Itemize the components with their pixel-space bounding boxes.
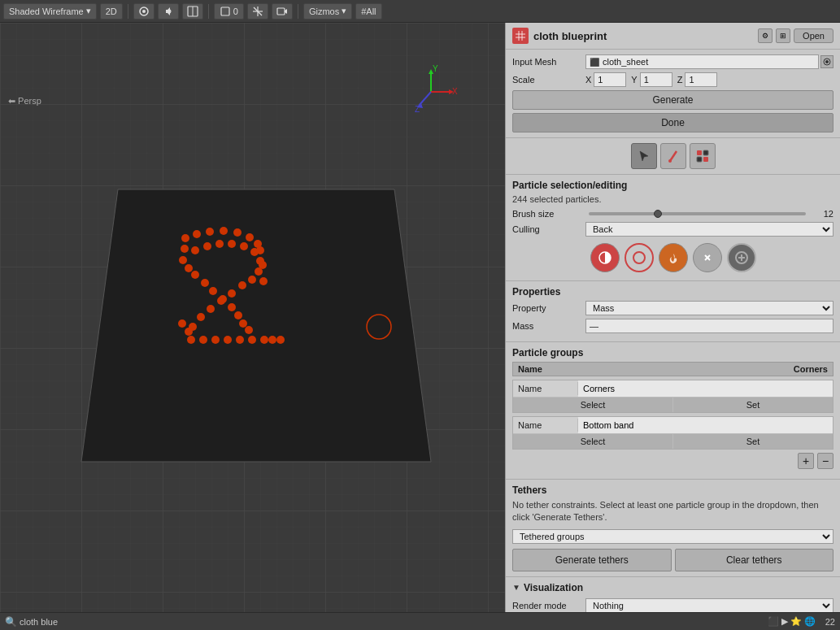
- video-icon: [276, 6, 288, 17]
- add-select-btn[interactable]: [727, 243, 756, 272]
- svg-point-50: [206, 228, 214, 236]
- group-bottomband-select-btn[interactable]: Select: [513, 434, 673, 449]
- done-button[interactable]: Done: [512, 113, 833, 133]
- group-corners-set-btn[interactable]: Set: [673, 398, 833, 412]
- main-toolbar: Shaded Wireframe ▾ 2D 0 Gizmos ▾ #All: [0, 0, 840, 23]
- group-bottomband-name-input[interactable]: [578, 417, 833, 433]
- select-all-btn[interactable]: [590, 243, 620, 272]
- svg-point-31: [211, 336, 220, 344]
- paint-tool-btn[interactable]: [660, 143, 686, 169]
- scale-row: Scale X Y Z: [512, 72, 833, 87]
- input-mesh-row: Input Mesh ⬛ cloth_sheet: [512, 54, 833, 69]
- grid-tool-btn[interactable]: [690, 143, 716, 169]
- star-btn[interactable]: ⭐: [790, 616, 802, 627]
- group-corners-select-btn[interactable]: Select: [513, 398, 673, 412]
- cursor-icon: [638, 150, 651, 163]
- cursor-tool-btn[interactable]: [631, 143, 657, 169]
- panel-icon-btn-1[interactable]: ⚙: [758, 28, 773, 43]
- viewport[interactable]: particles rendered via CSS below: [0, 23, 505, 612]
- clear-tethers-btn[interactable]: Clear tethers: [675, 549, 834, 571]
- svg-point-57: [268, 336, 276, 344]
- svg-point-43: [219, 295, 227, 303]
- svg-point-15: [203, 242, 211, 250]
- search-text[interactable]: cloth blue: [20, 617, 58, 627]
- viz-collapse-arrow: ▼: [512, 583, 520, 592]
- toolbar-divider-1: [128, 4, 128, 19]
- scale-x-input[interactable]: [594, 72, 626, 87]
- group-bottomband-container: Name Select Set: [512, 416, 833, 450]
- playback-controls: ⬛ ▶ ⭐ 🌐: [768, 616, 816, 627]
- remove-group-btn[interactable]: −: [817, 453, 833, 469]
- globe-btn[interactable]: 🌐: [804, 616, 816, 627]
- search-icon: 🔍: [5, 616, 17, 628]
- group-corners-name-input[interactable]: [578, 380, 833, 397]
- gizmos-dropdown[interactable]: Gizmos ▾: [303, 3, 352, 20]
- video-icon-btn[interactable]: [272, 3, 293, 20]
- svg-point-55: [259, 261, 267, 269]
- add-group-btn[interactable]: +: [798, 453, 814, 469]
- svg-point-14: [191, 246, 199, 254]
- tethered-groups-row: Tethered groups: [512, 529, 833, 544]
- all-btn[interactable]: #All: [355, 3, 381, 20]
- svg-point-76: [825, 60, 829, 63]
- properties-section: Properties Property Mass Mass —: [506, 281, 840, 342]
- mass-row: Mass —: [512, 319, 833, 333]
- group-bottomband-set-btn[interactable]: Set: [673, 434, 833, 449]
- search-area: 🔍 cloth blue: [5, 616, 58, 628]
- scale-y-input[interactable]: [640, 72, 672, 87]
- panel-icon-btn-2[interactable]: ⊞: [776, 28, 790, 43]
- scene-icon-btn[interactable]: [133, 3, 155, 20]
- audio-icon-btn[interactable]: [158, 3, 179, 20]
- particle-selection-section: Particle selection/editing 244 selected …: [506, 175, 840, 281]
- open-button[interactable]: Open: [794, 28, 833, 43]
- scale-z-input[interactable]: [685, 72, 717, 87]
- 2d-mode-toggle[interactable]: 2D: [100, 3, 123, 20]
- property-label: Property: [512, 303, 585, 313]
- tether-buttons: Generate tethers Clear tethers: [512, 549, 833, 571]
- svg-rect-80: [703, 150, 708, 155]
- brush-size-slider[interactable]: [589, 212, 806, 215]
- svg-text:Z: Z: [415, 105, 420, 114]
- svg-point-78: [668, 159, 672, 163]
- panel-header: cloth blueprint ⚙ ⊞ Open: [506, 23, 840, 50]
- particle-count-info: 244 selected particles.: [512, 194, 833, 204]
- shading-mode-dropdown[interactable]: Shaded Wireframe ▾: [3, 3, 97, 20]
- mesh-pick-btn[interactable]: [820, 55, 833, 68]
- play-btn[interactable]: ▶: [781, 616, 788, 627]
- svg-rect-79: [697, 150, 702, 155]
- generate-button[interactable]: Generate: [512, 90, 833, 110]
- paint-select-btn[interactable]: [659, 243, 688, 272]
- svg-text:Y: Y: [433, 64, 438, 73]
- svg-text:X: X: [452, 87, 458, 96]
- svg-point-46: [239, 319, 247, 328]
- toolbar-divider-3: [298, 4, 298, 19]
- culling-label: Culling: [512, 224, 585, 234]
- mass-value[interactable]: —: [585, 319, 833, 333]
- viz-header[interactable]: ▼ Visualization: [512, 582, 833, 593]
- generate-tethers-btn[interactable]: Generate tethers: [512, 549, 672, 571]
- group-corners-name-row: Name: [513, 380, 833, 398]
- group-bottomband-name-label: Name: [513, 419, 578, 432]
- culling-select[interactable]: Back: [585, 222, 833, 237]
- transform-icon: [252, 6, 263, 17]
- input-mesh-field[interactable]: ⬛ cloth_sheet: [585, 54, 819, 69]
- svg-point-27: [197, 313, 205, 321]
- x-circle-icon: [700, 250, 715, 265]
- svg-point-30: [199, 336, 207, 344]
- main-area: particles rendered via CSS below: [0, 23, 840, 612]
- svg-rect-70: [516, 31, 525, 41]
- status-bar: 🔍 cloth blue ⬛ ▶ ⭐ 🌐 22: [0, 612, 840, 630]
- svg-point-38: [259, 277, 268, 285]
- brush-size-thumb[interactable]: [654, 210, 662, 218]
- target-icon: [823, 58, 831, 66]
- tethered-groups-select[interactable]: Tethered groups: [512, 529, 833, 544]
- cancel-select-btn[interactable]: [693, 243, 722, 272]
- paint-icon-btn[interactable]: [182, 3, 203, 20]
- particle-toolbar: [506, 138, 840, 175]
- deselect-btn[interactable]: [625, 243, 654, 272]
- input-mesh-label: Input Mesh: [512, 57, 585, 67]
- property-select[interactable]: Mass: [585, 301, 833, 315]
- transform-icon-btn[interactable]: [247, 3, 268, 20]
- tethers-section: Tethers No tether constraints. Select at…: [506, 480, 840, 577]
- render-mode-select[interactable]: Nothing: [585, 598, 833, 612]
